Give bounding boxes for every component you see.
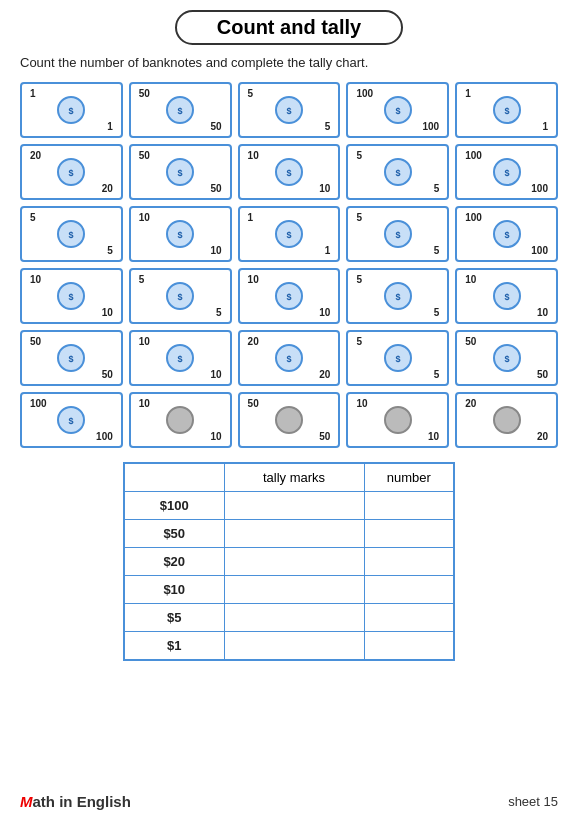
coin-bottom-label: 10	[102, 307, 113, 318]
coin-bottom-label: 50	[210, 121, 221, 132]
coin-cell: 1 $ 1	[20, 82, 123, 138]
coin-cell-content: 100 $ 100	[28, 398, 115, 442]
tally-row: $50	[124, 520, 454, 548]
coin-cell-content: 50 $ 50	[463, 336, 550, 380]
coin-cell-content: 5 $ 5	[354, 150, 441, 194]
coin-cell-content: 10 $ 10	[137, 336, 224, 380]
tally-row-tally	[224, 604, 364, 632]
coin-cell: 20 $ 20	[238, 330, 341, 386]
coin-cell: 5 $ 5	[129, 268, 232, 324]
coin-cell: 10 $ 10	[238, 144, 341, 200]
coin-bottom-label: 5	[434, 369, 440, 380]
coin-icon: $	[56, 95, 86, 125]
tally-row-tally	[224, 576, 364, 604]
coin-bottom-label: 20	[319, 369, 330, 380]
tally-row-number	[364, 604, 454, 632]
coin-cell: 5 $ 5	[346, 206, 449, 262]
coin-cell-content: 5 $ 5	[137, 274, 224, 318]
coin-top-label: 10	[248, 274, 259, 285]
coin-cell-content: 100 $ 100	[354, 88, 441, 132]
coin-icon: $	[56, 405, 86, 435]
coin-bottom-label: 10	[210, 245, 221, 256]
coin-icon: $	[492, 343, 522, 373]
coin-bottom-label: 5	[325, 121, 331, 132]
coin-bottom-label: 5	[216, 307, 222, 318]
coin-icon: $	[492, 95, 522, 125]
coin-icon-grey	[274, 405, 304, 435]
coin-cell-content: 5 $ 5	[354, 274, 441, 318]
coin-cell: 50 50	[238, 392, 341, 448]
coin-cell-content: 1 $ 1	[463, 88, 550, 132]
coin-cell-content: 5 $ 5	[246, 88, 333, 132]
coin-icon: $	[274, 281, 304, 311]
coin-icon: $	[165, 95, 195, 125]
coin-cell-content: 1 $ 1	[28, 88, 115, 132]
coin-icon: $	[383, 343, 413, 373]
brand-m: M	[20, 793, 33, 810]
svg-text:$: $	[286, 354, 291, 364]
coin-top-label: 10	[30, 274, 41, 285]
coin-cell-content: 5 $ 5	[28, 212, 115, 256]
tally-row: $1	[124, 632, 454, 661]
coin-icon: $	[383, 95, 413, 125]
svg-point-52	[167, 407, 193, 433]
tally-row-label: $10	[124, 576, 224, 604]
svg-text:$: $	[69, 230, 74, 240]
tally-row-number	[364, 548, 454, 576]
tally-row-label: $50	[124, 520, 224, 548]
coin-top-label: 1	[30, 88, 36, 99]
svg-text:$: $	[395, 292, 400, 302]
page: Count and tally Count the number of bank…	[0, 0, 578, 818]
brand-rest: ath in English	[33, 793, 131, 810]
coin-top-label: 100	[30, 398, 47, 409]
coin-cell-content: 10 $ 10	[246, 150, 333, 194]
coin-top-label: 10	[139, 336, 150, 347]
tally-row: $20	[124, 548, 454, 576]
coin-cell: 100 $ 100	[455, 144, 558, 200]
coin-top-label: 50	[139, 150, 150, 161]
coin-bottom-label: 5	[434, 183, 440, 194]
svg-text:$: $	[69, 416, 74, 426]
coin-icon: $	[492, 157, 522, 187]
coin-bottom-label: 10	[537, 307, 548, 318]
coin-top-label: 10	[248, 150, 259, 161]
coin-cell: 5 $ 5	[238, 82, 341, 138]
coin-cell: 5 $ 5	[346, 330, 449, 386]
coin-icon: $	[383, 157, 413, 187]
svg-text:$: $	[504, 106, 509, 116]
coin-bottom-label: 10	[210, 369, 221, 380]
col-header-number: number	[364, 463, 454, 492]
coin-bottom-label: 50	[319, 431, 330, 442]
footer: Math in English sheet 15	[20, 793, 558, 810]
tally-table: tally marks number $100$50$20$10$5$1	[123, 462, 455, 661]
coin-top-label: 10	[465, 274, 476, 285]
coin-cell: 5 $ 5	[346, 268, 449, 324]
coin-top-label: 5	[356, 336, 362, 347]
coin-icon-grey	[492, 405, 522, 435]
coin-cell-content: 50 $ 50	[137, 88, 224, 132]
coin-cell-content: 50 50	[246, 398, 333, 442]
coin-icon-grey	[165, 405, 195, 435]
coin-cell-content: 100 $ 100	[463, 150, 550, 194]
coin-cell: 50 $ 50	[129, 82, 232, 138]
coin-icon: $	[165, 343, 195, 373]
coin-top-label: 50	[30, 336, 41, 347]
coin-icon: $	[274, 343, 304, 373]
coin-cell-content: 5 $ 5	[354, 336, 441, 380]
coin-bottom-label: 1	[542, 121, 548, 132]
coin-top-label: 10	[139, 212, 150, 223]
coin-bottom-label: 100	[531, 183, 548, 194]
sheet-info: sheet 15	[508, 794, 558, 809]
coin-bottom-label: 5	[434, 245, 440, 256]
coin-icon: $	[165, 281, 195, 311]
coin-top-label: 5	[356, 212, 362, 223]
coin-cell-content: 50 $ 50	[28, 336, 115, 380]
svg-text:$: $	[504, 354, 509, 364]
coin-icon: $	[56, 343, 86, 373]
coin-cell-content: 10 $ 10	[137, 212, 224, 256]
coin-cell: 10 10	[129, 392, 232, 448]
coin-cell: 50 $ 50	[129, 144, 232, 200]
coin-bottom-label: 5	[434, 307, 440, 318]
brand: Math in English	[20, 793, 131, 810]
coin-cell: 10 $ 10	[129, 206, 232, 262]
